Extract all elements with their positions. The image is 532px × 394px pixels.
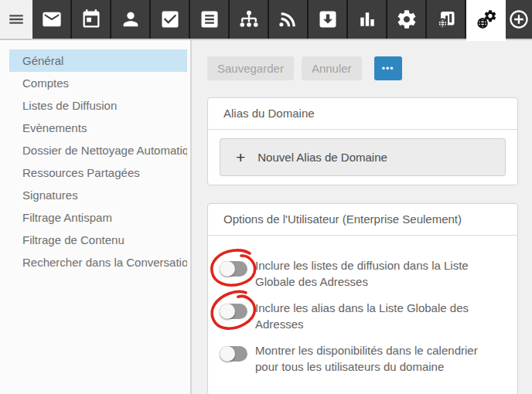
user-option-row: Montrer les disponibilités dans le calen… bbox=[220, 342, 502, 375]
menu-icon bbox=[5, 8, 27, 30]
globe-gear-icon bbox=[476, 8, 497, 30]
toggle-knob bbox=[220, 346, 235, 362]
toggle-label: Inclure les alias dans la Liste Globale … bbox=[255, 300, 502, 332]
user-option-row: Inclure les listes de diffusion dans la … bbox=[220, 257, 502, 290]
save-button[interactable]: Sauvegarder bbox=[207, 56, 294, 80]
domain-alias-card-title: Alias du Domaine bbox=[208, 98, 517, 130]
cancel-button[interactable]: Annuler bbox=[302, 56, 362, 80]
toggle-switch[interactable] bbox=[220, 346, 247, 362]
domain-alias-card-body: + Nouvel Alias de Domaine bbox=[208, 130, 517, 185]
toolbar-tab-add[interactable] bbox=[506, 0, 532, 39]
toggle-knob bbox=[220, 304, 235, 319]
toggle-switch[interactable] bbox=[220, 261, 247, 277]
domain-settings-window: GénéralComptesListes de DiffusionEvèneme… bbox=[0, 0, 532, 394]
sidebar-item-signatures[interactable]: Signatures bbox=[9, 184, 187, 206]
plus-icon: + bbox=[236, 149, 245, 165]
user-options-card: Options de l'Utilisateur (Enterprise Seu… bbox=[207, 203, 518, 394]
sitemap-icon bbox=[238, 8, 260, 30]
toolbar-tab-mail[interactable] bbox=[32, 0, 72, 39]
toolbar-tab-directory[interactable] bbox=[230, 0, 269, 39]
main-area: GénéralComptesListes de DiffusionEvèneme… bbox=[0, 40, 532, 394]
action-button-row: Sauvegarder Annuler ••• bbox=[207, 56, 518, 80]
sidebar-item-recherche-conversation[interactable]: Rechercher dans la Conversation bbox=[9, 251, 187, 273]
user-options-card-body: Inclure les listes de diffusion dans la … bbox=[208, 236, 517, 394]
sidebar-item-general[interactable]: Général bbox=[9, 49, 187, 72]
mail-icon bbox=[41, 8, 63, 30]
bar-chart-icon bbox=[356, 8, 378, 30]
domain-alias-card: Alias du Domaine + Nouvel Alias de Domai… bbox=[207, 97, 518, 185]
sidebar-item-dossier-nettoyage-auto[interactable]: Dossier de Nettoyage Automatique bbox=[9, 139, 187, 161]
sidebar-item-filtrage-de-contenu[interactable]: Filtrage de Contenu bbox=[9, 229, 187, 251]
sidebar-item-listes-de-diffusion[interactable]: Listes de Diffusion bbox=[9, 94, 187, 117]
document-lines-icon bbox=[199, 8, 220, 30]
toggle-label: Inclure les listes de diffusion dans la … bbox=[255, 257, 502, 290]
toolbar-tab-domain-statistics[interactable] bbox=[427, 0, 466, 39]
toggle-switch[interactable] bbox=[220, 304, 247, 319]
download-box-icon bbox=[317, 8, 339, 30]
new-domain-alias-button[interactable]: + Nouvel Alias de Domaine bbox=[220, 138, 506, 176]
sidebar-item-ressources-partagees[interactable]: Ressources Partagées bbox=[9, 161, 187, 184]
toolbar-tab-calendar[interactable] bbox=[72, 0, 111, 39]
user-option-row: Inclure les alias dans la Liste Globale … bbox=[220, 300, 502, 332]
toolbar-tab-domain-settings[interactable] bbox=[466, 0, 506, 39]
toolbar-tab-tasks[interactable] bbox=[151, 0, 190, 39]
toggle-label: Montrer les disponibilités dans le calen… bbox=[255, 342, 502, 375]
user-options-card-title: Options de l'Utilisateur (Enterprise Seu… bbox=[208, 204, 517, 236]
toolbar-tab-menu[interactable] bbox=[0, 0, 32, 39]
sidebar-item-filtrage-antispam[interactable]: Filtrage Antispam bbox=[9, 206, 187, 229]
toolbar-tab-feeds[interactable] bbox=[269, 0, 309, 39]
sidebar-item-evenements[interactable]: Evènements bbox=[9, 117, 187, 139]
new-domain-alias-label: Nouvel Alias de Domaine bbox=[257, 151, 387, 164]
toolbar-tab-downloads[interactable] bbox=[309, 0, 348, 39]
settings-sidebar: GénéralComptesListes de DiffusionEvèneme… bbox=[0, 40, 192, 394]
toolbar-shadow bbox=[0, 39, 532, 40]
toolbar-tab-settings[interactable] bbox=[387, 0, 427, 39]
calendar-icon bbox=[80, 8, 102, 30]
person-icon bbox=[120, 8, 142, 30]
check-square-icon bbox=[159, 8, 181, 30]
rss-icon bbox=[278, 8, 299, 30]
app-toolbar bbox=[0, 0, 532, 39]
gear-icon bbox=[396, 8, 418, 30]
plus-circle-icon bbox=[508, 8, 530, 30]
content-pane: Sauvegarder Annuler ••• Alias du Domaine… bbox=[192, 40, 532, 394]
toolbar-tab-notes[interactable] bbox=[190, 0, 230, 39]
globe-bar-chart-icon bbox=[435, 8, 457, 30]
sidebar-item-comptes[interactable]: Comptes bbox=[9, 72, 187, 94]
toolbar-tab-statistics[interactable] bbox=[348, 0, 387, 39]
more-actions-button[interactable]: ••• bbox=[374, 56, 402, 80]
toggle-knob bbox=[220, 261, 235, 277]
toolbar-tab-contacts[interactable] bbox=[111, 0, 151, 39]
